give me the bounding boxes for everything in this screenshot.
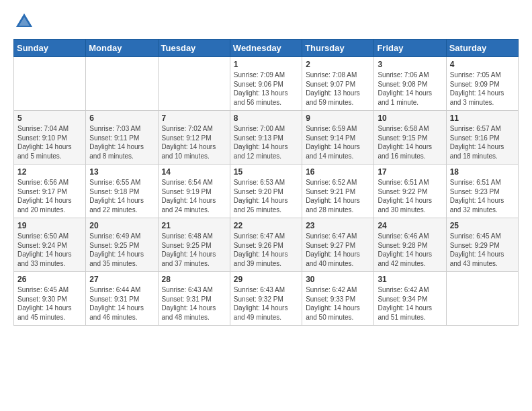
cell-info: Sunrise: 6:51 AMSunset: 9:22 PMDaylight:… xyxy=(378,179,432,214)
cell-info: Sunrise: 6:50 AMSunset: 9:24 PMDaylight:… xyxy=(17,232,72,267)
calendar-cell: 1Sunrise: 7:09 AMSunset: 9:06 PMDaylight… xyxy=(230,57,302,111)
cell-info: Sunrise: 6:47 AMSunset: 9:26 PMDaylight:… xyxy=(234,232,288,267)
week-row-1: 1Sunrise: 7:09 AMSunset: 9:06 PMDaylight… xyxy=(14,57,519,111)
day-number: 3 xyxy=(378,60,442,69)
day-number: 19 xyxy=(17,221,82,230)
calendar-header-row: SundayMondayTuesdayWednesdayThursdayFrid… xyxy=(14,40,519,57)
day-number: 9 xyxy=(306,113,370,123)
day-number: 7 xyxy=(162,113,226,123)
calendar-cell: 25Sunrise: 6:45 AMSunset: 9:29 PMDayligh… xyxy=(446,218,518,272)
calendar-cell: 2Sunrise: 7:08 AMSunset: 9:07 PMDaylight… xyxy=(302,57,374,111)
cell-info: Sunrise: 6:45 AMSunset: 9:30 PMDaylight:… xyxy=(17,286,72,321)
calendar-cell: 16Sunrise: 6:52 AMSunset: 9:21 PMDayligh… xyxy=(302,165,374,218)
cell-info: Sunrise: 6:59 AMSunset: 9:14 PMDaylight:… xyxy=(306,125,360,160)
calendar-cell: 14Sunrise: 6:54 AMSunset: 9:19 PMDayligh… xyxy=(158,165,230,218)
cell-info: Sunrise: 7:03 AMSunset: 9:11 PMDaylight:… xyxy=(89,125,144,160)
day-number: 26 xyxy=(17,275,82,284)
day-number: 4 xyxy=(450,60,515,69)
cell-info: Sunrise: 7:04 AMSunset: 9:10 PMDaylight:… xyxy=(17,125,72,160)
cell-info: Sunrise: 6:53 AMSunset: 9:20 PMDaylight:… xyxy=(234,179,288,214)
calendar-cell: 30Sunrise: 6:42 AMSunset: 9:33 PMDayligh… xyxy=(302,272,374,326)
cell-info: Sunrise: 7:08 AMSunset: 9:07 PMDaylight:… xyxy=(306,71,360,106)
calendar-cell: 21Sunrise: 6:48 AMSunset: 9:25 PMDayligh… xyxy=(158,218,230,272)
col-header-monday: Monday xyxy=(86,40,158,57)
cell-info: Sunrise: 6:49 AMSunset: 9:25 PMDaylight:… xyxy=(89,232,144,267)
col-header-sunday: Sunday xyxy=(14,40,86,57)
cell-info: Sunrise: 6:56 AMSunset: 9:17 PMDaylight:… xyxy=(17,179,72,214)
calendar-cell: 23Sunrise: 6:47 AMSunset: 9:27 PMDayligh… xyxy=(302,218,374,272)
cell-info: Sunrise: 6:42 AMSunset: 9:34 PMDaylight:… xyxy=(378,286,432,321)
calendar-cell: 7Sunrise: 7:02 AMSunset: 9:12 PMDaylight… xyxy=(158,111,230,165)
page: SundayMondayTuesdayWednesdayThursdayFrid… xyxy=(0,0,532,336)
calendar-cell: 15Sunrise: 6:53 AMSunset: 9:20 PMDayligh… xyxy=(230,165,302,218)
col-header-friday: Friday xyxy=(374,40,446,57)
col-header-thursday: Thursday xyxy=(302,40,374,57)
cell-info: Sunrise: 6:47 AMSunset: 9:27 PMDaylight:… xyxy=(306,232,360,267)
day-number: 8 xyxy=(234,113,298,123)
week-row-4: 19Sunrise: 6:50 AMSunset: 9:24 PMDayligh… xyxy=(14,218,519,272)
day-number: 16 xyxy=(306,167,370,177)
calendar-cell: 4Sunrise: 7:05 AMSunset: 9:09 PMDaylight… xyxy=(446,57,518,111)
day-number: 30 xyxy=(306,275,370,284)
day-number: 21 xyxy=(162,221,226,230)
header xyxy=(13,11,519,32)
calendar-cell xyxy=(14,57,86,111)
day-number: 15 xyxy=(234,167,298,177)
calendar-cell: 13Sunrise: 6:55 AMSunset: 9:18 PMDayligh… xyxy=(86,165,158,218)
calendar-cell: 17Sunrise: 6:51 AMSunset: 9:22 PMDayligh… xyxy=(374,165,446,218)
calendar-cell: 31Sunrise: 6:42 AMSunset: 9:34 PMDayligh… xyxy=(374,272,446,326)
cell-info: Sunrise: 6:57 AMSunset: 9:16 PMDaylight:… xyxy=(450,125,504,160)
cell-info: Sunrise: 6:44 AMSunset: 9:31 PMDaylight:… xyxy=(89,286,144,321)
calendar-cell: 27Sunrise: 6:44 AMSunset: 9:31 PMDayligh… xyxy=(86,272,158,326)
cell-info: Sunrise: 6:55 AMSunset: 9:18 PMDaylight:… xyxy=(89,179,144,214)
cell-info: Sunrise: 6:46 AMSunset: 9:28 PMDaylight:… xyxy=(378,232,432,267)
cell-info: Sunrise: 6:45 AMSunset: 9:29 PMDaylight:… xyxy=(450,232,504,267)
day-number: 27 xyxy=(89,275,154,284)
calendar-cell: 22Sunrise: 6:47 AMSunset: 9:26 PMDayligh… xyxy=(230,218,302,272)
calendar-cell: 24Sunrise: 6:46 AMSunset: 9:28 PMDayligh… xyxy=(374,218,446,272)
week-row-5: 26Sunrise: 6:45 AMSunset: 9:30 PMDayligh… xyxy=(14,272,519,326)
calendar-cell: 9Sunrise: 6:59 AMSunset: 9:14 PMDaylight… xyxy=(302,111,374,165)
calendar-cell: 6Sunrise: 7:03 AMSunset: 9:11 PMDaylight… xyxy=(86,111,158,165)
calendar-cell: 10Sunrise: 6:58 AMSunset: 9:15 PMDayligh… xyxy=(374,111,446,165)
cell-info: Sunrise: 6:42 AMSunset: 9:33 PMDaylight:… xyxy=(306,286,360,321)
calendar-cell: 8Sunrise: 7:00 AMSunset: 9:13 PMDaylight… xyxy=(230,111,302,165)
calendar-cell: 11Sunrise: 6:57 AMSunset: 9:16 PMDayligh… xyxy=(446,111,518,165)
col-header-tuesday: Tuesday xyxy=(158,40,230,57)
day-number: 13 xyxy=(89,167,154,177)
calendar-cell: 20Sunrise: 6:49 AMSunset: 9:25 PMDayligh… xyxy=(86,218,158,272)
col-header-saturday: Saturday xyxy=(446,40,518,57)
day-number: 10 xyxy=(378,113,442,123)
calendar-cell: 19Sunrise: 6:50 AMSunset: 9:24 PMDayligh… xyxy=(14,218,86,272)
day-number: 24 xyxy=(378,221,442,230)
day-number: 23 xyxy=(306,221,370,230)
cell-info: Sunrise: 6:48 AMSunset: 9:25 PMDaylight:… xyxy=(162,232,216,267)
calendar-cell xyxy=(158,57,230,111)
calendar-cell: 18Sunrise: 6:51 AMSunset: 9:23 PMDayligh… xyxy=(446,165,518,218)
day-number: 25 xyxy=(450,221,515,230)
day-number: 11 xyxy=(450,113,515,123)
day-number: 31 xyxy=(378,275,442,284)
cell-info: Sunrise: 7:05 AMSunset: 9:09 PMDaylight:… xyxy=(450,71,504,106)
calendar-cell xyxy=(446,272,518,326)
day-number: 20 xyxy=(89,221,154,230)
cell-info: Sunrise: 7:00 AMSunset: 9:13 PMDaylight:… xyxy=(234,125,288,160)
calendar-cell xyxy=(86,57,158,111)
calendar-cell: 26Sunrise: 6:45 AMSunset: 9:30 PMDayligh… xyxy=(14,272,86,326)
cell-info: Sunrise: 7:09 AMSunset: 9:06 PMDaylight:… xyxy=(234,71,288,106)
day-number: 2 xyxy=(306,60,370,69)
cell-info: Sunrise: 6:43 AMSunset: 9:32 PMDaylight:… xyxy=(234,286,288,321)
cell-info: Sunrise: 7:02 AMSunset: 9:12 PMDaylight:… xyxy=(162,125,216,160)
calendar-cell: 12Sunrise: 6:56 AMSunset: 9:17 PMDayligh… xyxy=(14,165,86,218)
week-row-2: 5Sunrise: 7:04 AMSunset: 9:10 PMDaylight… xyxy=(14,111,519,165)
day-number: 5 xyxy=(17,113,82,123)
day-number: 14 xyxy=(162,167,226,177)
cell-info: Sunrise: 7:06 AMSunset: 9:08 PMDaylight:… xyxy=(378,71,432,106)
day-number: 28 xyxy=(162,275,226,284)
day-number: 17 xyxy=(378,167,442,177)
cell-info: Sunrise: 6:51 AMSunset: 9:23 PMDaylight:… xyxy=(450,179,504,214)
day-number: 12 xyxy=(17,167,82,177)
calendar-cell: 29Sunrise: 6:43 AMSunset: 9:32 PMDayligh… xyxy=(230,272,302,326)
day-number: 22 xyxy=(234,221,298,230)
cell-info: Sunrise: 6:52 AMSunset: 9:21 PMDaylight:… xyxy=(306,179,360,214)
